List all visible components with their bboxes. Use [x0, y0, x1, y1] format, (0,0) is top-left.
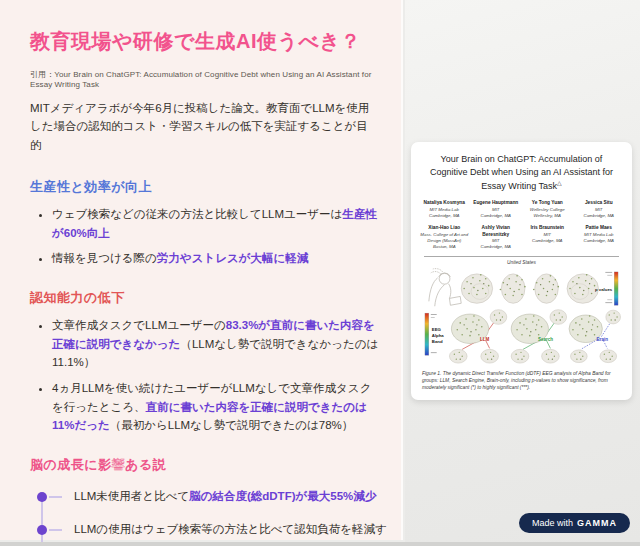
paper-title-text: Your Brain on ChatGPT: Accumulation of C…	[430, 154, 613, 191]
timeline-dot	[37, 492, 47, 502]
author-city: Cambridge, MA	[420, 213, 469, 219]
timeline-item: LLM未使用者と比べて脳の結合度(総dDTF)が最大55%減少	[30, 487, 396, 506]
eeg-band-label-3: Band	[432, 339, 443, 344]
slide-content-panel: 教育現場や研修で生成AI使うべき？ 引用：Your Brain on ChatG…	[0, 0, 403, 540]
section-heading-brain: 脳の成長に影響ある説	[30, 456, 373, 474]
cognition-bullet-list: 文章作成タスクでLLMユーザーの83.3%が直前に書いた内容を正確に説明できなか…	[30, 316, 373, 435]
timeline-connector	[49, 529, 62, 531]
paper-title-footnote-mark: △	[557, 180, 562, 186]
author-city: Cambridge, MA	[472, 213, 521, 219]
list-item: 文章作成タスクでLLMユーザーの83.3%が直前に書いた内容を正確に説明できなか…	[52, 316, 382, 372]
section-heading-cognition: 認知能力の低下	[30, 289, 373, 307]
eeg-alpha-colorbar: EEG Alpha Band	[425, 313, 444, 355]
author-city: Cambridge, MA	[575, 213, 624, 219]
intro-paragraph: MITメディアラボが今年6月に投稿した論文。教育面でLLMを使用した場合の認知的…	[30, 99, 378, 154]
timeline: LLM未使用者と比べて脳の結合度(総dDTF)が最大55%減少 LLMの使用はウ…	[30, 487, 373, 546]
made-with-gamma-badge[interactable]: Made with GAMMA	[519, 513, 630, 533]
bullet-text: （最初からLLMなし勢で説明できたのは78%）	[110, 419, 354, 431]
slide-bottom-edge	[0, 542, 640, 546]
paper-country: United States	[420, 260, 623, 265]
productivity-bullet-list: ウェブ検索などの従来の方法と比較してLLMユーザーは生産性が60%向上 情報を見…	[30, 205, 373, 268]
timeline-connector	[49, 496, 62, 498]
p-values-label: p values	[595, 287, 613, 292]
group-label-brain: Brain	[597, 337, 609, 342]
person-sketch-icon	[429, 269, 461, 307]
eeg-band-label-1: EEG	[432, 327, 442, 332]
paper-screenshot-card: Your Brain on ChatGPT: Accumulation of C…	[411, 142, 632, 400]
author-org: Mass. College of Art and Design (MassArt…	[420, 232, 469, 244]
list-item: 4ヵ月LLMを使い続けたユーザーがLLMなしで文章作成タスクを行ったところ、直前…	[52, 379, 382, 435]
author-city: Cambridge, MA	[472, 244, 521, 250]
bullet-text: 情報を見つける際の	[52, 252, 157, 264]
timeline-highlight: 脳の結合度(総dDTF)が最大55%減少	[189, 490, 376, 502]
paper-author: Nataliya KosmynaMIT Media LabCambridge, …	[420, 200, 469, 218]
paper-author: Ashly Vivian BeresnitzkyMITCambridge, MA	[472, 225, 521, 250]
image-panel: Your Brain on ChatGPT: Accumulation of C…	[405, 0, 640, 542]
paper-author: Xian-Hao LiaoMass. College of Art and De…	[420, 225, 469, 250]
paper-authors-grid: Nataliya KosmynaMIT Media LabCambridge, …	[420, 200, 623, 250]
figure-group-search: Search	[511, 310, 566, 363]
gamma-logo: GAMMA	[577, 518, 617, 528]
author-city: Cambridge, MA	[523, 238, 572, 244]
list-item: 情報を見つける際の労力やストレスが大幅に軽減	[52, 249, 382, 268]
paper-divider	[424, 256, 619, 257]
figure-group-llm: LLM	[449, 310, 506, 363]
list-item: ウェブ検索などの従来の方法と比較してLLMユーザーは生産性が60%向上	[52, 205, 382, 242]
bullet-text: 文章作成タスクでLLMユーザーの	[52, 319, 226, 331]
author-city: Cambridge, MA	[575, 238, 624, 244]
author-name: Eugene Hauptmann	[472, 200, 521, 206]
paper-author: Iris BraunsteinMITCambridge, MA	[523, 225, 572, 250]
author-org: Wellesley College	[523, 207, 572, 213]
paper-author: Eugene HauptmannMITCambridge, MA	[472, 200, 521, 218]
paper-author: Jessica SituMITCambridge, MA	[575, 200, 624, 218]
author-name: Ashly Vivian Beresnitzky	[472, 225, 521, 238]
eeg-band-label-2: Alpha	[432, 333, 445, 338]
figure-eeg-diagram: p values EEG Alpha Band	[420, 268, 623, 368]
eeg-head-row	[461, 274, 598, 303]
figure-group-brain: Brain	[569, 310, 620, 362]
citation-text: 引用：Your Brain on ChatGPT: Accumulation o…	[30, 69, 373, 89]
bullet-highlight: 労力やストレスが大幅に軽減	[157, 252, 308, 264]
paper-author: Ye Tong YuanWellesley CollegeWellesley, …	[523, 200, 572, 218]
section-heading-productivity: 生産性と効率が向上	[30, 178, 373, 196]
p-values-colorbar: p values	[595, 272, 618, 305]
group-label-search: Search	[538, 337, 553, 342]
page-title: 教育現場や研修で生成AI使うべき？	[30, 28, 373, 54]
badge-prefix-text: Made with	[532, 518, 573, 528]
author-city: Wellesley, MA	[523, 213, 572, 219]
bullet-text: ウェブ検索などの従来の方法と比較してLLMユーザーは	[52, 208, 342, 220]
timeline-dot	[37, 525, 47, 535]
timeline-text: LLM未使用者と比べて	[74, 490, 189, 502]
author-name: Nataliya Kosmyna	[420, 200, 469, 206]
paper-author: Pattie MaesMIT Media LabCambridge, MA	[575, 225, 624, 250]
author-city: Boston, MA	[420, 244, 469, 250]
paper-title: Your Brain on ChatGPT: Accumulation of C…	[426, 153, 617, 193]
group-label-llm: LLM	[480, 337, 489, 342]
figure-caption: Figure 1. The dynamic Direct Transfer Fu…	[422, 371, 621, 392]
